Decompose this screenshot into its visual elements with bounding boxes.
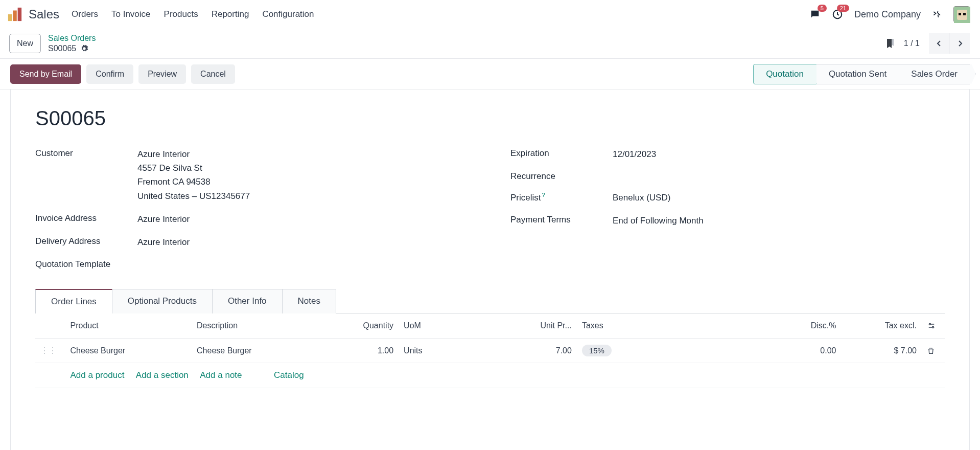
top-nav: Sales Orders To Invoice Products Reporti… <box>0 0 980 29</box>
customer-name: Azure Interior <box>137 147 470 161</box>
activity-icon[interactable]: 21 <box>832 9 843 20</box>
gear-icon[interactable] <box>80 44 88 53</box>
delivery-address-value[interactable]: Azure Interior <box>137 235 470 249</box>
avatar[interactable] <box>953 6 970 22</box>
menu-products[interactable]: Products <box>164 9 198 19</box>
menu-orders[interactable]: Orders <box>72 9 98 19</box>
cell-quantity[interactable]: 1.00 <box>335 339 399 363</box>
catalog-link[interactable]: Catalog <box>274 370 304 380</box>
svg-rect-2 <box>18 8 22 21</box>
customer-country: United States – US12345677 <box>137 189 470 203</box>
status-quotation-sent[interactable]: Quotation Sent <box>816 64 899 84</box>
debug-icon[interactable] <box>932 9 942 19</box>
payment-terms-value[interactable]: End of Following Month <box>613 214 945 228</box>
col-unit-price: Unit Pr... <box>514 313 577 339</box>
help-icon[interactable]: ? <box>542 192 545 198</box>
breadcrumb: Sales Orders S00065 <box>48 33 96 54</box>
payment-terms-label: Payment Terms <box>510 214 613 225</box>
send-by-email-button[interactable]: Send by Email <box>10 64 81 84</box>
control-bar: New Sales Orders S00065 1 / 1 <box>0 29 980 59</box>
invoice-address-label: Invoice Address <box>35 212 137 223</box>
menu-reporting[interactable]: Reporting <box>212 9 249 19</box>
customer-city: Fremont CA 94538 <box>137 175 470 189</box>
app-icon[interactable] <box>7 7 22 22</box>
pricelist-value[interactable]: Benelux (USD) <box>613 191 945 205</box>
tab-notes[interactable]: Notes <box>283 289 336 313</box>
chat-badge: 5 <box>818 5 827 12</box>
tab-order-lines[interactable]: Order Lines <box>35 289 112 313</box>
status-quotation[interactable]: Quotation <box>753 64 816 84</box>
col-taxes: Taxes <box>577 313 778 339</box>
tab-optional-products[interactable]: Optional Products <box>112 289 213 313</box>
cell-disc[interactable]: 0.00 <box>778 339 842 363</box>
cell-uom[interactable]: Units <box>399 339 514 363</box>
quotation-template-label: Quotation Template <box>35 258 137 269</box>
add-product-link[interactable]: Add a product <box>71 370 125 380</box>
cell-product[interactable]: Cheese Burger <box>65 339 192 363</box>
customer-street: 4557 De Silva St <box>137 161 470 175</box>
delete-row-icon[interactable] <box>927 347 940 355</box>
pager-next-button[interactable] <box>949 33 970 54</box>
tabs: Order Lines Optional Products Other Info… <box>35 289 945 313</box>
confirm-button[interactable]: Confirm <box>86 64 133 84</box>
optional-columns-icon[interactable] <box>927 321 940 330</box>
invoice-address-value[interactable]: Azure Interior <box>137 212 470 226</box>
tax-chip[interactable]: 15% <box>582 345 612 356</box>
svg-rect-7 <box>963 13 966 15</box>
col-quantity: Quantity <box>335 313 399 339</box>
breadcrumb-parent[interactable]: Sales Orders <box>48 33 96 43</box>
table-row[interactable]: ⋮⋮ Cheese Burger Cheese Burger 1.00 Unit… <box>35 339 945 363</box>
col-description: Description <box>192 313 335 339</box>
col-disc: Disc.% <box>778 313 842 339</box>
app-title[interactable]: Sales <box>29 7 59 21</box>
customer-label: Customer <box>35 147 137 159</box>
delivery-address-label: Delivery Address <box>35 235 137 246</box>
preview-button[interactable]: Preview <box>138 64 186 84</box>
customer-value[interactable]: Azure Interior 4557 De Silva St Fremont … <box>137 147 470 203</box>
menu-configuration[interactable]: Configuration <box>262 9 314 19</box>
svg-rect-1 <box>13 11 17 21</box>
tab-other-info[interactable]: Other Info <box>213 289 283 313</box>
new-button[interactable]: New <box>9 34 41 53</box>
record-title: S00065 <box>35 107 945 130</box>
svg-point-8 <box>929 324 930 325</box>
recurrence-label: Recurrence <box>510 170 613 182</box>
status-bar: Quotation Quotation Sent Sales Order <box>753 64 970 84</box>
action-bar: Send by Email Confirm Preview Cancel Quo… <box>0 59 980 89</box>
cell-unit-price[interactable]: 7.00 <box>514 339 577 363</box>
chat-icon[interactable]: 5 <box>809 9 821 20</box>
company-switcher[interactable]: Demo Company <box>854 9 921 20</box>
cancel-button[interactable]: Cancel <box>191 64 235 84</box>
add-note-link[interactable]: Add a note <box>200 370 242 380</box>
bookmark-icon[interactable] <box>885 38 895 49</box>
cell-tax-excl: $ 7.00 <box>841 339 922 363</box>
svg-rect-0 <box>8 14 12 21</box>
col-product: Product <box>65 313 192 339</box>
status-sales-order[interactable]: Sales Order <box>899 64 970 84</box>
pager[interactable]: 1 / 1 <box>904 39 920 48</box>
cell-description[interactable]: Cheese Burger <box>192 339 335 363</box>
form-sheet: S00065 Customer Azure Interior 4557 De S… <box>10 89 970 450</box>
breadcrumb-current: S00065 <box>48 43 76 54</box>
menu-to-invoice[interactable]: To Invoice <box>111 9 151 19</box>
svg-point-9 <box>932 327 934 328</box>
pager-prev-button[interactable] <box>929 33 949 54</box>
svg-rect-6 <box>959 13 961 15</box>
drag-handle-icon[interactable]: ⋮⋮ <box>40 346 57 355</box>
pricelist-label: Pricelist? <box>510 191 613 203</box>
expiration-value[interactable]: 12/01/2023 <box>613 147 945 161</box>
add-section-link[interactable]: Add a section <box>136 370 189 380</box>
top-menu: Orders To Invoice Products Reporting Con… <box>72 9 314 19</box>
order-lines-table: Product Description Quantity UoM Unit Pr… <box>35 313 945 388</box>
expiration-label: Expiration <box>510 147 613 159</box>
col-uom: UoM <box>399 313 514 339</box>
activity-badge: 21 <box>837 5 849 12</box>
col-tax-excl: Tax excl. <box>841 313 922 339</box>
